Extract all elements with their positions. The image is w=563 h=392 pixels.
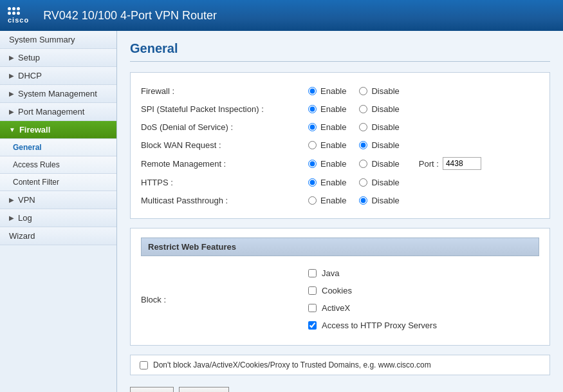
firewall-enable-group: Enable: [308, 86, 346, 96]
sidebar-item-label: General: [13, 143, 42, 152]
remote-mgmt-disable-label: Disable: [371, 159, 399, 169]
proxy-label: Access to HTTP Proxy Servers: [322, 321, 437, 330]
cancel-button[interactable]: Cancel: [179, 387, 229, 392]
sidebar-item-content-filter[interactable]: Content Filter: [0, 174, 116, 191]
spi-enable-radio[interactable]: [308, 105, 317, 113]
trusted-domains-row: Don't block Java/ActiveX/Cookies/Proxy t…: [130, 355, 550, 375]
arrow-icon: ▼: [9, 126, 15, 133]
sidebar-item-label: System Management: [18, 89, 97, 98]
spi-row: SPI (Stateful Packet Inspection) : Enabl…: [141, 100, 539, 118]
arrow-icon: ▶: [9, 54, 14, 61]
java-checkbox[interactable]: [308, 269, 317, 277]
spi-enable-label: Enable: [320, 104, 346, 114]
save-button[interactable]: Save: [130, 387, 174, 392]
remote-mgmt-disable-radio[interactable]: [359, 160, 367, 168]
remote-mgmt-enable-radio[interactable]: [308, 160, 317, 168]
multicast-disable-radio[interactable]: [359, 196, 367, 205]
sidebar-item-label: System Summary: [9, 35, 75, 44]
arrow-icon: ▶: [9, 214, 14, 221]
sidebar-item-log[interactable]: ▶ Log: [0, 209, 116, 227]
firewall-disable-group: Disable: [359, 86, 399, 96]
sidebar-item-label: Wizard: [9, 231, 35, 241]
sidebar-item-port-management[interactable]: ▶ Port Management: [0, 103, 116, 121]
port-label: Port :: [419, 159, 439, 169]
remote-mgmt-label: Remote Management :: [141, 159, 308, 169]
https-row: HTTPS : Enable Disable: [141, 173, 539, 191]
https-enable-label: Enable: [320, 178, 346, 187]
trusted-domains-label: Don't block Java/ActiveX/Cookies/Proxy t…: [153, 360, 431, 369]
proxy-checkbox[interactable]: [308, 321, 317, 330]
arrow-icon: ▶: [9, 196, 14, 203]
https-enable-radio[interactable]: [308, 178, 317, 187]
sidebar: System Summary ▶ Setup ▶ DHCP ▶ System M…: [0, 31, 117, 392]
java-row: Java: [308, 266, 437, 281]
button-row: Save Cancel: [130, 384, 550, 392]
header-title: RV042 10/100 4-Port VPN Router: [43, 9, 217, 23]
firewall-disable-label: Disable: [371, 86, 399, 96]
dos-row: DoS (Denial of Service) : Enable Disable: [141, 118, 539, 136]
firewall-enable-radio[interactable]: [308, 87, 317, 95]
sidebar-item-label: DHCP: [18, 71, 42, 80]
sidebar-item-setup[interactable]: ▶ Setup: [0, 49, 116, 67]
https-label: HTTPS :: [141, 178, 308, 187]
spi-disable-radio[interactable]: [359, 105, 367, 113]
sidebar-item-dhcp[interactable]: ▶ DHCP: [0, 67, 116, 85]
block-wan-enable-radio[interactable]: [308, 141, 317, 149]
trusted-domains-checkbox[interactable]: [140, 361, 148, 369]
sidebar-item-label: Content Filter: [13, 178, 59, 187]
arrow-icon: ▶: [9, 90, 14, 97]
block-wan-enable-group: Enable: [308, 140, 346, 150]
sidebar-item-vpn[interactable]: ▶ VPN: [0, 191, 116, 209]
sidebar-item-wizard[interactable]: Wizard: [0, 227, 116, 245]
cookies-label: Cookies: [322, 286, 352, 295]
dos-disable-radio[interactable]: [359, 123, 367, 131]
sidebar-item-system-summary[interactable]: System Summary: [0, 31, 116, 49]
sidebar-item-label: Log: [18, 213, 32, 223]
arrow-icon: ▶: [9, 108, 14, 115]
sidebar-item-label: VPN: [18, 195, 35, 205]
sidebar-item-system-management[interactable]: ▶ System Management: [0, 85, 116, 103]
multicast-row: Multicast Passthrough : Enable Disable: [141, 191, 539, 209]
multicast-label: Multicast Passthrough :: [141, 196, 308, 205]
firewall-enable-label: Enable: [320, 86, 346, 96]
spi-label: SPI (Stateful Packet Inspection) :: [141, 104, 308, 114]
dos-enable-radio[interactable]: [308, 123, 317, 131]
spi-enable-group: Enable: [308, 104, 346, 114]
firewall-settings-section: Firewall : Enable Disable SPI (Stateful …: [130, 72, 550, 219]
block-label-row: Block : Java Cookies ActiveX: [141, 263, 539, 336]
block-wan-row: Block WAN Request : Enable Disable: [141, 136, 539, 154]
restrict-web-section: Restrict Web Features Block : Java Cooki…: [130, 228, 550, 346]
block-wan-disable-group: Disable: [359, 140, 399, 150]
java-label: Java: [322, 268, 339, 278]
remote-mgmt-row: Remote Management : Enable Disable Port …: [141, 154, 539, 173]
firewall-label: Firewall :: [141, 86, 308, 96]
multicast-disable-group: Disable: [359, 196, 399, 205]
sidebar-item-access-rules[interactable]: Access Rules: [0, 156, 116, 174]
multicast-enable-radio[interactable]: [308, 196, 317, 205]
block-wan-label: Block WAN Request :: [141, 140, 308, 150]
port-input[interactable]: [443, 157, 481, 170]
activex-checkbox[interactable]: [308, 304, 317, 312]
activex-row: ActiveX: [308, 301, 437, 315]
page-title: General: [130, 41, 550, 62]
firewall-disable-radio[interactable]: [359, 87, 367, 95]
sidebar-item-label: Setup: [18, 53, 40, 62]
cisco-logo: cisco: [8, 7, 29, 24]
multicast-enable-group: Enable: [308, 196, 346, 205]
cookies-checkbox[interactable]: [308, 286, 317, 295]
proxy-row: Access to HTTP Proxy Servers: [308, 318, 437, 333]
remote-mgmt-enable-label: Enable: [320, 159, 346, 169]
restrict-web-header: Restrict Web Features: [141, 238, 539, 256]
sidebar-item-label: Access Rules: [13, 160, 60, 169]
sidebar-item-label: Port Management: [18, 107, 84, 117]
block-wan-disable-radio[interactable]: [359, 141, 367, 149]
sidebar-item-label: Firewall: [19, 125, 50, 135]
https-disable-group: Disable: [359, 178, 399, 187]
port-group: Port :: [419, 157, 481, 170]
https-disable-radio[interactable]: [359, 178, 367, 187]
sidebar-item-firewall[interactable]: ▼ Firewall: [0, 121, 116, 139]
dos-disable-label: Disable: [371, 122, 399, 132]
sidebar-item-general[interactable]: General: [0, 139, 116, 156]
spi-disable-label: Disable: [371, 104, 399, 114]
block-wan-enable-label: Enable: [320, 140, 346, 150]
